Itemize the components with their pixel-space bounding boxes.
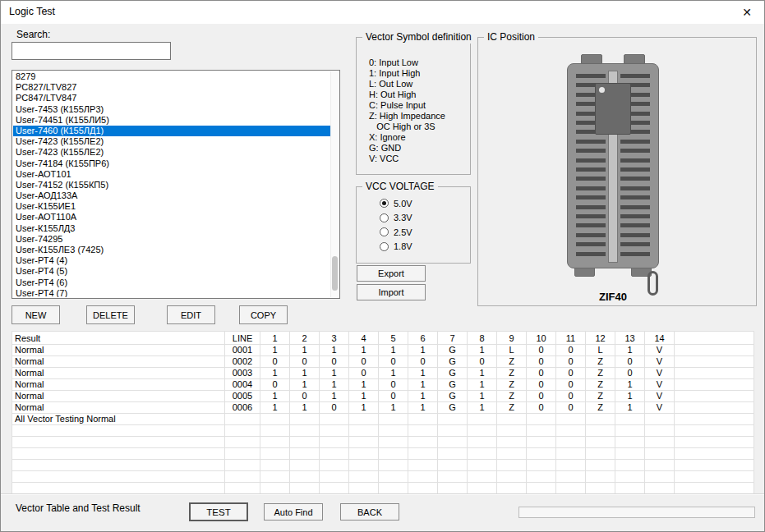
vcc-option[interactable]: 1.8V [380, 240, 412, 255]
pin-value-cell [586, 414, 615, 425]
radio-icon[interactable] [380, 199, 389, 208]
pin-value-cell: 0 [379, 356, 408, 368]
pin-value-cell: 0 [556, 379, 586, 391]
pin-value-cell [556, 414, 586, 425]
pin1-dot-icon [599, 87, 605, 93]
pin-value-cell: 0 [556, 402, 586, 414]
chip-list-item[interactable]: User-74152 (К155КП5) [13, 180, 330, 190]
pin-value-cell [438, 437, 468, 448]
empty-row [12, 483, 754, 494]
pin-value-cell [586, 471, 615, 483]
pin-header: 9 [497, 332, 527, 345]
pin-value-cell: Z [586, 391, 615, 402]
vcc-option[interactable]: 3.3V [380, 211, 412, 226]
pin-value-cell: Z [586, 356, 615, 368]
pin-value-cell: V [645, 379, 675, 391]
pin-value-cell [468, 460, 497, 471]
vector-symbol-line: G: GND [369, 143, 445, 154]
pin-value-cell: G [438, 368, 468, 379]
vcc-option[interactable]: 2.5V [380, 225, 412, 240]
pin-value-cell: Z [586, 379, 615, 391]
edit-button[interactable]: EDIT [167, 305, 215, 324]
pin-value-cell: Z [497, 368, 527, 379]
delete-button[interactable]: DELETE [86, 305, 135, 324]
chip-list[interactable]: 8279PC827/LTV827PC847/LTV847User-7453 (К… [12, 70, 340, 299]
pin-value-cell [468, 414, 497, 425]
chip-list-item[interactable]: User-АОД133А [13, 190, 330, 201]
pin-value-cell: V [645, 356, 675, 368]
new-button[interactable]: NEW [12, 305, 60, 324]
back-button[interactable]: BACK [340, 503, 399, 521]
chip-list-item[interactable]: User-К155ИЕ1 [13, 201, 330, 212]
radio-icon[interactable] [380, 227, 389, 236]
chip-list-item[interactable]: PC847/LTV847 [13, 93, 330, 103]
pin-header: 13 [615, 332, 645, 345]
result-cell: Normal [12, 368, 225, 379]
socket-top-tab-left [581, 54, 602, 64]
chip-list-item[interactable]: User-К155ЛЕ3 (7425) [13, 245, 330, 255]
pin-value-cell [586, 448, 615, 460]
chip-list-item[interactable]: User-РТ4 (7) [13, 288, 330, 297]
pin-value-cell [468, 483, 497, 494]
list-scrollbar[interactable] [330, 71, 339, 297]
pin-value-cell: 1 [468, 379, 497, 391]
test-button[interactable]: TEST [189, 502, 248, 521]
result-row: Normal0005101101G1Z00Z1V [12, 391, 754, 402]
line-cell: 0004 [225, 379, 260, 391]
radio-icon[interactable] [380, 213, 389, 222]
pin-value-cell: 1 [290, 402, 320, 414]
export-button[interactable]: Export [357, 265, 426, 282]
pin-value-cell [645, 471, 675, 483]
pin-value-cell [645, 460, 675, 471]
radio-icon[interactable] [380, 242, 389, 251]
pin-value-cell [408, 414, 438, 425]
vcc-option[interactable]: 5.0V [380, 196, 412, 211]
close-button[interactable]: ✕ [730, 1, 764, 24]
chip-list-item[interactable]: User-7460 (К155ЛД1) [13, 126, 330, 136]
pin-value-cell [349, 471, 379, 483]
chip-list-item[interactable]: User-7423 (К155ЛЕ2) [13, 147, 330, 158]
list-scrollbar-thumb[interactable] [332, 256, 338, 291]
pin-value-cell [438, 425, 468, 437]
vector-symbol-line: H: Out High [369, 89, 445, 100]
pin-value-cell [615, 448, 645, 460]
chip-list-item[interactable]: User-74451 (К155ЛИ5) [13, 115, 330, 126]
search-input[interactable] [12, 42, 171, 60]
footer-divider [1, 493, 764, 495]
pin-value-cell [527, 483, 556, 494]
auto-find-button[interactable]: Auto Find [264, 503, 323, 521]
pin-value-cell [260, 414, 290, 425]
chip-list-item[interactable]: 8279 [13, 71, 330, 82]
pin-value-cell [320, 471, 349, 483]
pin-value-cell [556, 460, 586, 471]
chip-list-item[interactable]: User-74295 [13, 234, 330, 245]
pin-value-cell [497, 414, 527, 425]
pin-header: 1 [260, 332, 290, 345]
chip-list-item[interactable]: User-АОТ110А [13, 212, 330, 222]
chip-list-item[interactable]: User-7423 (К155ЛЕ2) [13, 136, 330, 147]
pin-value-cell [260, 437, 290, 448]
pin-value-cell [290, 425, 320, 437]
import-button[interactable]: Import [357, 284, 426, 300]
chip-list-item[interactable]: User-РТ4 (6) [13, 277, 330, 288]
chip-list-item[interactable]: User-РТ4 (4) [13, 255, 330, 266]
vector-symbol-line: V: VCC [369, 154, 445, 164]
result-cell: Normal [12, 345, 225, 356]
chip-list-item[interactable]: User-К155ЛД3 [13, 223, 330, 234]
pin-value-cell: V [645, 402, 675, 414]
vcc-options: 5.0V3.3V2.5V1.8V [380, 196, 412, 254]
filler-cell [675, 414, 754, 425]
pin-value-cell [497, 483, 527, 494]
pin-value-cell: 0 [320, 356, 349, 368]
chip-list-item[interactable]: User-РТ4 (5) [13, 266, 330, 277]
chip-list-item[interactable]: User-7453 (К155ЛР3) [13, 104, 330, 115]
copy-button[interactable]: COPY [239, 305, 288, 324]
titlebar[interactable]: Logic Test ✕ [1, 1, 764, 24]
chip-list-item[interactable]: User-АОТ101 [13, 169, 330, 180]
chip-list-item[interactable]: PC827/LTV827 [13, 82, 330, 93]
line-cell [225, 471, 260, 483]
pin-value-cell [349, 483, 379, 494]
pin-value-cell [290, 414, 320, 425]
filler-cell [675, 402, 754, 414]
chip-list-item[interactable]: User-74184 (К155ПР6) [13, 158, 330, 169]
